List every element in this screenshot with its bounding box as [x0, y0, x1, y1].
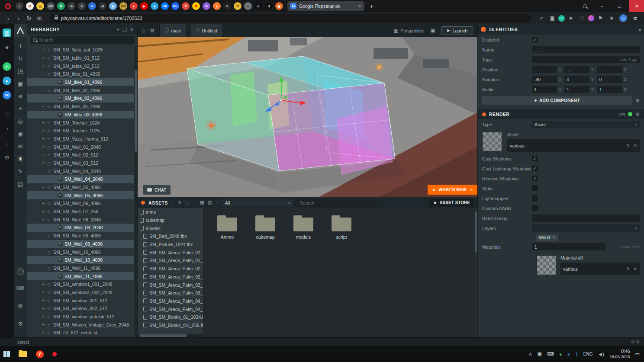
tags-field[interactable]: Add Tags: [532, 56, 640, 63]
favicon[interactable]: ✳: [223, 2, 231, 10]
bluetooth-icon[interactable]: ᛒ: [575, 352, 578, 357]
expand-toggle-icon[interactable]: −: [40, 266, 46, 270]
expand-toggle-icon[interactable]: −: [40, 234, 46, 238]
favicon[interactable]: ⌨: [47, 2, 55, 10]
delete-asset-icon[interactable]: ✖: [177, 200, 181, 205]
list-view-icon[interactable]: ≡: [216, 200, 218, 205]
snap-toggle[interactable]: ◎: [15, 116, 26, 126]
rotation-z-field[interactable]: 0: [597, 76, 622, 83]
folder-tile[interactable]: Ammo: [213, 215, 242, 240]
delete-entity-icon[interactable]: ✖: [130, 27, 134, 32]
layer-chip[interactable]: World ✕: [536, 234, 558, 241]
checkbox[interactable]: ✓: [532, 166, 538, 171]
share-icon[interactable]: ↗: [536, 14, 546, 22]
edit-icon[interactable]: ✎: [626, 143, 630, 148]
expand-toggle-icon[interactable]: −: [40, 185, 46, 190]
vk-icon[interactable]: VK: [3, 91, 11, 99]
favicon[interactable]: Я: [192, 2, 200, 10]
telegram-icon[interactable]: ➤: [3, 77, 11, 85]
hierarchy-row[interactable]: − SM_SM_Wall_04_2048: [27, 167, 134, 175]
hierarchy-row[interactable]: + SM_SM_window1_001_2048: [27, 280, 134, 288]
asset-list-item[interactable]: SM_SM_Books_01_1024.fbx: [138, 313, 203, 321]
expand-toggle-icon[interactable]: +: [40, 144, 46, 149]
hierarchy-row[interactable]: + SM_SM_Sofa_puf_1025: [27, 46, 134, 54]
hierarchy-row[interactable]: − SM_SM_Wall_08_2048: [27, 215, 134, 224]
downloads-icon[interactable]: ↓: [3, 139, 11, 147]
scale-tool[interactable]: ◳: [15, 66, 26, 76]
hidden-icons-chevron[interactable]: ∧: [529, 351, 532, 357]
material-thumbnail[interactable]: [536, 255, 556, 275]
heart-panel-icon[interactable]: ♡: [3, 110, 11, 119]
hierarchy-row[interactable]: + SM_SM_Vaza_Hurma_512: [27, 135, 134, 143]
printer-icon[interactable]: ▣: [538, 351, 542, 357]
asset-list-item[interactable]: SM_SM_Areca_Palm_03_10: [138, 281, 203, 289]
hierarchy-row[interactable]: + SM_SM_Torcher_1025: [27, 127, 134, 135]
hierarchy-row[interactable]: + SM_SM_window_002_512: [27, 304, 134, 313]
hierarchy-row[interactable]: SM_tiles_01_4096: [27, 78, 134, 86]
hierarchy-row[interactable]: + SM_SM_Woven_Vintage_Grey_2048: [27, 320, 134, 329]
taskbar-clock[interactable]: 0:46 28.03.2023: [609, 349, 630, 359]
app-tray-icon[interactable]: ●: [567, 352, 570, 357]
asset-list-item[interactable]: SM_SM_Areca_Palm_04_10: [138, 297, 203, 305]
favicon[interactable]: ➤: [88, 2, 96, 10]
fullscreen-icon[interactable]: ▣: [430, 27, 435, 34]
aria-icon[interactable]: [588, 15, 594, 21]
favicon[interactable]: d: [265, 2, 273, 10]
favicon[interactable]: ⊙: [68, 2, 75, 10]
expand-toggle-icon[interactable]: −: [40, 217, 46, 222]
asset-store-button[interactable]: ★ ASSET STORE: [429, 199, 474, 207]
expand-toggle-icon[interactable]: −: [40, 72, 46, 77]
speed-dial-button[interactable]: ⊞: [35, 15, 44, 22]
file-explorer-icon[interactable]: [19, 351, 27, 357]
volume-icon[interactable]: ◄): [598, 352, 604, 357]
expand-toggle-icon[interactable]: +: [40, 56, 46, 61]
url-field[interactable]: playcanvas.com/editor/scene/1702523: [49, 14, 531, 23]
hierarchy-row[interactable]: + SM_TV_512_need_id: [27, 329, 134, 337]
folder-tile[interactable]: cubemap: [251, 215, 280, 240]
asset-list-item[interactable]: SM_SM_Areca_Palm_03_10: [138, 289, 203, 297]
world-local-toggle[interactable]: ⊕: [15, 91, 26, 101]
add-asset-icon[interactable]: +: [171, 200, 174, 205]
translate-tool[interactable]: ✛: [15, 41, 26, 51]
rotation-y-field[interactable]: 0: [564, 76, 589, 83]
expand-toggle-icon[interactable]: +: [40, 209, 46, 214]
rotate-tool[interactable]: ↻: [15, 54, 26, 63]
hierarchy-row[interactable]: − SM_SM_Wall_10_4096: [27, 248, 134, 256]
favicon[interactable]: ⚒: [234, 2, 242, 10]
expand-toggle-icon[interactable]: +: [40, 330, 46, 335]
keyboard-icon[interactable]: ⌨: [547, 351, 554, 357]
expand-toggle-icon[interactable]: +: [40, 120, 46, 125]
editor-settings-icon[interactable]: ⚙: [15, 319, 26, 328]
position-y-field[interactable]: ...: [564, 66, 589, 73]
grid-view-icon[interactable]: ▦: [200, 200, 204, 205]
assets-search-input[interactable]: Search: [297, 199, 377, 207]
checkbox[interactable]: ✓: [532, 195, 538, 201]
hierarchy-row[interactable]: − SM_SM_tiles_02_4096: [27, 86, 134, 94]
hierarchy-row[interactable]: − SM_SM_Wall_05_4096: [27, 183, 134, 192]
type-dropdown[interactable]: Asset ▾: [532, 121, 640, 128]
flow-icon[interactable]: ➤: [566, 14, 576, 22]
checkbox[interactable]: ✓: [532, 156, 538, 161]
hierarchy-row[interactable]: + SM_SM_Wall_07_256: [27, 208, 134, 216]
favicon[interactable]: Be: [171, 2, 179, 10]
position-x-field[interactable]: ...: [532, 66, 557, 73]
hierarchy-row[interactable]: SM_Wall_05_4096: [27, 191, 134, 199]
whats-new-badge[interactable]: ★ WHAT'S NEW ✕: [428, 185, 477, 195]
light-toggle[interactable]: ☀: [15, 154, 26, 163]
antivirus-icon[interactable]: ●: [559, 352, 562, 357]
hierarchy-row[interactable]: + SM_SM_Wall_02_512: [27, 151, 134, 159]
bookmark-icon[interactable]: ★: [606, 14, 617, 22]
tab-main-scene[interactable]: ❏ main: [159, 24, 187, 37]
name-field[interactable]: . . .: [532, 46, 640, 53]
asset-list-item[interactable]: models: [138, 224, 203, 232]
hierarchy-row[interactable]: + SM_SM_window_potolok_512: [27, 313, 134, 321]
hierarchy-row[interactable]: SM_Wall_09_4096: [27, 240, 134, 248]
favicon[interactable]: ▶: [140, 2, 148, 10]
expand-toggle-icon[interactable]: +: [40, 306, 46, 311]
opera-taskbar-icon[interactable]: [52, 352, 57, 356]
favicon[interactable]: ⊙: [78, 2, 86, 10]
hierarchy-row[interactable]: SM_Wall_04_2048: [27, 175, 134, 183]
detail-view-icon[interactable]: ▥: [208, 200, 212, 205]
scale-y-field[interactable]: 1: [564, 86, 589, 93]
checkbox[interactable]: ✓: [532, 176, 538, 181]
